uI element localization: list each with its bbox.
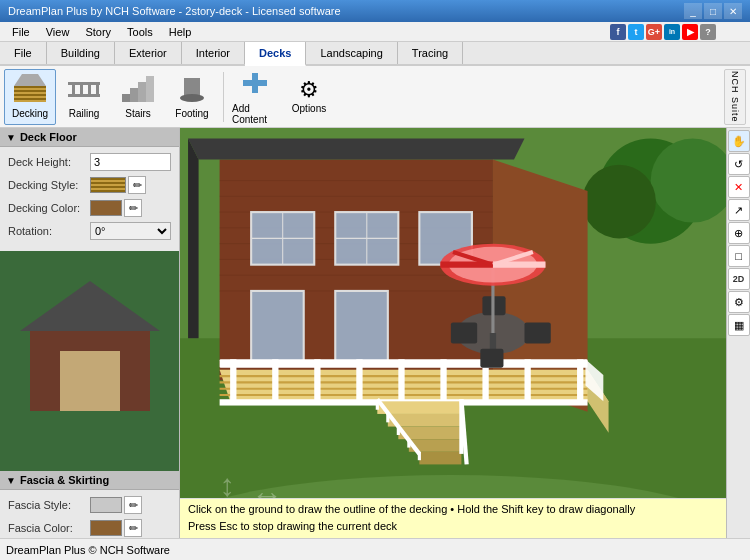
add-content-icon (239, 69, 271, 101)
svg-rect-67 (398, 359, 404, 401)
toolbar-railing[interactable]: Railing (58, 69, 110, 125)
toolbar: Decking Railing Stairs (0, 66, 750, 128)
decking-label: Decking (12, 108, 48, 119)
fascia-color-edit[interactable]: ✏ (124, 519, 142, 537)
svg-point-17 (180, 94, 204, 102)
svg-marker-40 (188, 139, 199, 339)
rotation-row: Rotation: 0° 45° 90° (8, 222, 171, 240)
close-button[interactable]: ✕ (724, 3, 742, 19)
fascia-style-row: Fascia Style: ✏ (8, 496, 171, 514)
nch-suite-button[interactable]: NCH Suite (724, 69, 746, 125)
toolbar-decking[interactable]: Decking (4, 69, 56, 125)
maximize-button[interactable]: □ (704, 3, 722, 19)
canvas-area[interactable]: ↕ ↔ X: 108'-4 13/18" Y: 113'-7 15/16" Cl… (180, 128, 726, 538)
svg-rect-68 (440, 359, 446, 401)
right-btn-settings[interactable]: ⚙ (728, 291, 750, 313)
social-google[interactable]: G+ (646, 24, 662, 40)
fascia-title: Fascia & Skirting (20, 474, 109, 486)
decking-style-row: Decking Style: ✏ (8, 176, 171, 194)
stairs-label: Stairs (125, 108, 151, 119)
right-btn-fit[interactable]: ⊕ (728, 222, 750, 244)
toolbar-stairs[interactable]: Stairs (112, 69, 164, 125)
deck-height-input[interactable]: 3 (90, 153, 171, 171)
instruction-bar: Click on the ground to draw the outline … (180, 498, 726, 538)
options-icon: ⚙ (299, 79, 319, 101)
main-layout: ▼ Deck Floor Deck Height: 3 Decking Styl… (0, 128, 750, 538)
minimize-button[interactable]: _ (684, 3, 702, 19)
rotation-select[interactable]: 0° 45° 90° (90, 222, 171, 240)
svg-rect-2 (14, 90, 46, 92)
svg-marker-5 (14, 74, 46, 86)
social-facebook[interactable]: f (610, 24, 626, 40)
fascia-style-label: Fascia Style: (8, 499, 90, 511)
toolbar-options[interactable]: ⚙ Options (283, 69, 335, 125)
decking-style-edit[interactable]: ✏ (128, 176, 146, 194)
deck-floor-content: Deck Height: 3 Decking Style: ✏ Decking … (0, 147, 179, 251)
svg-rect-15 (146, 76, 154, 102)
right-btn-view[interactable]: □ (728, 245, 750, 267)
toolbar-sep1 (223, 72, 224, 122)
decking-style-label: Decking Style: (8, 179, 90, 191)
svg-rect-11 (68, 82, 100, 85)
tab-building[interactable]: Building (47, 42, 115, 64)
svg-rect-92 (480, 349, 503, 368)
decking-style-swatch[interactable] (90, 177, 126, 193)
right-btn-2d[interactable]: 2D (728, 268, 750, 290)
right-toolbar: ✋ ↺ ✕ ↗ ⊕ □ 2D ⚙ ▦ (726, 128, 750, 538)
decking-color-swatch[interactable] (90, 200, 122, 216)
tab-tracing[interactable]: Tracing (398, 42, 463, 64)
menu-tools[interactable]: Tools (119, 24, 161, 40)
deck-height-row: Deck Height: 3 (8, 153, 171, 171)
right-btn-delete[interactable]: ✕ (728, 176, 750, 198)
tab-file[interactable]: File (0, 42, 47, 64)
toolbar-footing[interactable]: Footing (166, 69, 218, 125)
decking-color-edit[interactable]: ✏ (124, 199, 142, 217)
add-content-label: Add Content (232, 103, 278, 125)
fascia-collapse[interactable]: ▼ (6, 475, 16, 486)
menu-help[interactable]: Help (161, 24, 200, 40)
menu-story[interactable]: Story (77, 24, 119, 40)
social-help[interactable]: ? (700, 24, 716, 40)
right-btn-zoom-in[interactable]: ↗ (728, 199, 750, 221)
social-linkedin[interactable]: in (664, 24, 680, 40)
fascia-color-label: Fascia Color: (8, 522, 90, 534)
railing-icon (68, 74, 100, 106)
instruction-line2: Press Esc to stop drawing the current de… (188, 518, 718, 536)
fascia-style-edit[interactable]: ✏ (124, 496, 142, 514)
right-btn-undo[interactable]: ↺ (728, 153, 750, 175)
right-btn-hand[interactable]: ✋ (728, 130, 750, 152)
fascia-color-swatch[interactable] (90, 520, 122, 536)
fascia-content: Fascia Style: ✏ Fascia Color: ✏ Add deck… (0, 490, 179, 538)
svg-rect-23 (60, 351, 120, 411)
fascia-style-swatch[interactable] (90, 497, 122, 513)
tab-interior[interactable]: Interior (182, 42, 245, 64)
social-youtube[interactable]: ▶ (682, 24, 698, 40)
tab-exterior[interactable]: Exterior (115, 42, 182, 64)
decking-color-row: Decking Color: ✏ (8, 199, 171, 217)
menu-file[interactable]: File (4, 24, 38, 40)
stairs-icon (122, 74, 154, 106)
fascia-color-row: Fascia Color: ✏ (8, 519, 171, 537)
tab-landscaping[interactable]: Landscaping (306, 42, 397, 64)
deck-floor-collapse[interactable]: ▼ (6, 132, 16, 143)
deck-height-label: Deck Height: (8, 156, 90, 168)
menu-view[interactable]: View (38, 24, 78, 40)
footer-logo: DreamPlan Plus © NCH Software (6, 544, 170, 556)
menu-bar: File View Story Tools Help f t G+ in ▶ ? (0, 22, 750, 42)
footing-label: Footing (175, 108, 208, 119)
decking-icon (14, 74, 46, 106)
window-title: DreamPlan Plus by NCH Software - 2story-… (8, 5, 341, 17)
svg-rect-89 (451, 322, 477, 343)
window-controls[interactable]: _ □ ✕ (684, 3, 742, 19)
tab-decks[interactable]: Decks (245, 42, 306, 66)
decking-color-label: Decking Color: (8, 202, 90, 214)
right-btn-layers[interactable]: ▦ (728, 314, 750, 336)
social-twitter[interactable]: t (628, 24, 644, 40)
footing-icon (176, 74, 208, 106)
deck-floor-header: ▼ Deck Floor (0, 128, 179, 147)
options-label: Options (292, 103, 326, 114)
toolbar-add-content[interactable]: Add Content (229, 69, 281, 125)
status-bar: DreamPlan Plus © NCH Software (0, 538, 750, 560)
svg-rect-74 (377, 401, 461, 414)
svg-point-27 (582, 165, 656, 239)
